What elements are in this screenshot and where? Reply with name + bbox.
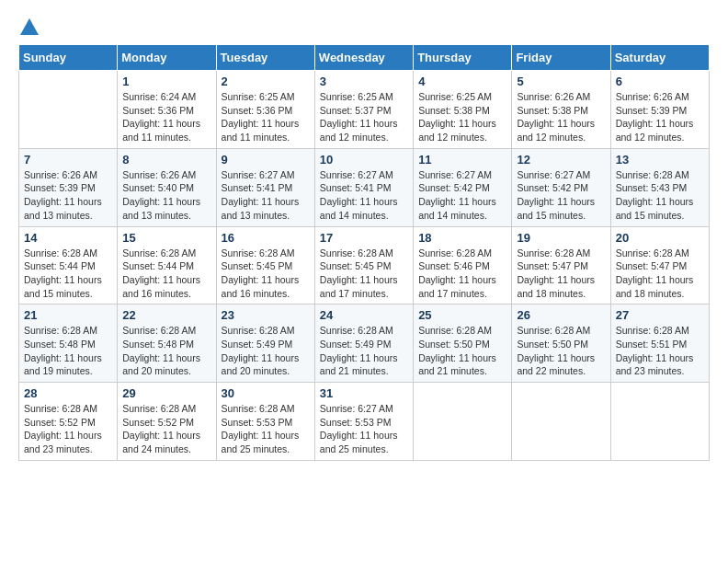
day-detail: Sunrise: 6:25 AM Sunset: 5:37 PM Dayligh…	[320, 90, 408, 144]
day-detail: Sunrise: 6:24 AM Sunset: 5:36 PM Dayligh…	[122, 90, 210, 144]
calendar-cell: 4Sunrise: 6:25 AM Sunset: 5:38 PM Daylig…	[414, 71, 512, 149]
day-number: 10	[320, 153, 408, 167]
day-number: 23	[222, 308, 310, 322]
calendar-cell: 8Sunrise: 6:26 AM Sunset: 5:40 PM Daylig…	[118, 148, 216, 226]
logo-icon	[20, 18, 39, 35]
day-detail: Sunrise: 6:28 AM Sunset: 5:46 PM Dayligh…	[418, 247, 506, 301]
calendar-cell: 23Sunrise: 6:28 AM Sunset: 5:49 PM Dayli…	[216, 304, 314, 383]
day-header-wednesday: Wednesday	[314, 45, 413, 71]
calendar-header: SundayMondayTuesdayWednesdayThursdayFrid…	[19, 45, 710, 71]
day-detail: Sunrise: 6:27 AM Sunset: 5:53 PM Dayligh…	[320, 402, 408, 456]
day-number: 30	[222, 386, 310, 400]
day-detail: Sunrise: 6:26 AM Sunset: 5:40 PM Dayligh…	[122, 168, 210, 223]
day-number: 1	[122, 75, 210, 88]
svg-marker-0	[20, 18, 39, 35]
calendar-cell: 27Sunrise: 6:28 AM Sunset: 5:51 PM Dayli…	[610, 304, 709, 383]
day-number: 28	[24, 386, 112, 400]
day-header-thursday: Thursday	[414, 45, 512, 71]
calendar-week-3: 14Sunrise: 6:28 AM Sunset: 5:44 PM Dayli…	[19, 226, 710, 304]
day-number: 21	[24, 308, 112, 322]
day-detail: Sunrise: 6:28 AM Sunset: 5:52 PM Dayligh…	[122, 402, 210, 456]
day-header-friday: Friday	[512, 45, 610, 71]
day-number: 29	[122, 386, 210, 400]
calendar-cell: 6Sunrise: 6:26 AM Sunset: 5:39 PM Daylig…	[610, 71, 709, 149]
calendar-cell: 24Sunrise: 6:28 AM Sunset: 5:49 PM Dayli…	[314, 304, 413, 383]
calendar-cell: 13Sunrise: 6:28 AM Sunset: 5:43 PM Dayli…	[610, 148, 709, 226]
day-detail: Sunrise: 6:28 AM Sunset: 5:50 PM Dayligh…	[517, 324, 605, 378]
day-number: 13	[616, 153, 704, 167]
calendar-cell: 19Sunrise: 6:28 AM Sunset: 5:47 PM Dayli…	[512, 226, 610, 304]
calendar-cell: 3Sunrise: 6:25 AM Sunset: 5:37 PM Daylig…	[314, 71, 413, 149]
calendar-week-4: 21Sunrise: 6:28 AM Sunset: 5:48 PM Dayli…	[19, 304, 710, 383]
calendar-cell: 22Sunrise: 6:28 AM Sunset: 5:48 PM Dayli…	[118, 304, 216, 383]
day-detail: Sunrise: 6:28 AM Sunset: 5:43 PM Dayligh…	[616, 168, 704, 223]
calendar-cell	[414, 383, 512, 461]
calendar-week-5: 28Sunrise: 6:28 AM Sunset: 5:52 PM Dayli…	[19, 383, 710, 461]
day-number: 5	[517, 75, 605, 88]
day-number: 17	[320, 231, 408, 245]
calendar-week-1: 1Sunrise: 6:24 AM Sunset: 5:36 PM Daylig…	[19, 71, 710, 149]
day-number: 3	[320, 75, 408, 88]
day-detail: Sunrise: 6:28 AM Sunset: 5:48 PM Dayligh…	[24, 324, 112, 378]
day-number: 16	[222, 231, 310, 245]
calendar-week-2: 7Sunrise: 6:26 AM Sunset: 5:39 PM Daylig…	[19, 148, 710, 226]
calendar-cell: 29Sunrise: 6:28 AM Sunset: 5:52 PM Dayli…	[118, 383, 216, 461]
calendar-body: 1Sunrise: 6:24 AM Sunset: 5:36 PM Daylig…	[19, 71, 710, 461]
day-number: 12	[517, 153, 605, 167]
day-detail: Sunrise: 6:26 AM Sunset: 5:39 PM Dayligh…	[24, 168, 112, 223]
calendar-cell: 10Sunrise: 6:27 AM Sunset: 5:41 PM Dayli…	[314, 148, 413, 226]
day-number: 31	[320, 386, 408, 400]
calendar-cell	[19, 71, 118, 149]
day-detail: Sunrise: 6:28 AM Sunset: 5:47 PM Dayligh…	[517, 247, 605, 301]
day-number: 24	[320, 308, 408, 322]
day-detail: Sunrise: 6:28 AM Sunset: 5:47 PM Dayligh…	[616, 247, 704, 301]
day-number: 27	[616, 308, 704, 322]
day-detail: Sunrise: 6:28 AM Sunset: 5:50 PM Dayligh…	[418, 324, 506, 378]
calendar-cell	[512, 383, 610, 461]
calendar-cell: 26Sunrise: 6:28 AM Sunset: 5:50 PM Dayli…	[512, 304, 610, 383]
logo	[18, 18, 39, 35]
day-number: 7	[24, 153, 112, 167]
day-number: 25	[418, 308, 506, 322]
calendar-cell: 12Sunrise: 6:27 AM Sunset: 5:42 PM Dayli…	[512, 148, 610, 226]
day-header-monday: Monday	[118, 45, 216, 71]
day-detail: Sunrise: 6:28 AM Sunset: 5:49 PM Dayligh…	[222, 324, 310, 378]
calendar-cell: 18Sunrise: 6:28 AM Sunset: 5:46 PM Dayli…	[414, 226, 512, 304]
day-header-sunday: Sunday	[19, 45, 118, 71]
day-number: 22	[122, 308, 210, 322]
day-header-tuesday: Tuesday	[216, 45, 314, 71]
day-detail: Sunrise: 6:27 AM Sunset: 5:42 PM Dayligh…	[418, 168, 506, 223]
day-number: 9	[222, 153, 310, 167]
page-header	[18, 18, 710, 35]
day-detail: Sunrise: 6:28 AM Sunset: 5:44 PM Dayligh…	[122, 247, 210, 301]
calendar-cell	[610, 383, 709, 461]
calendar-cell: 5Sunrise: 6:26 AM Sunset: 5:38 PM Daylig…	[512, 71, 610, 149]
calendar-cell: 21Sunrise: 6:28 AM Sunset: 5:48 PM Dayli…	[19, 304, 118, 383]
calendar-cell: 15Sunrise: 6:28 AM Sunset: 5:44 PM Dayli…	[118, 226, 216, 304]
day-detail: Sunrise: 6:28 AM Sunset: 5:52 PM Dayligh…	[24, 402, 112, 456]
calendar-cell: 9Sunrise: 6:27 AM Sunset: 5:41 PM Daylig…	[216, 148, 314, 226]
calendar-cell: 28Sunrise: 6:28 AM Sunset: 5:52 PM Dayli…	[19, 383, 118, 461]
calendar-cell: 2Sunrise: 6:25 AM Sunset: 5:36 PM Daylig…	[216, 71, 314, 149]
day-number: 8	[122, 153, 210, 167]
day-number: 26	[517, 308, 605, 322]
day-number: 2	[222, 75, 310, 88]
day-detail: Sunrise: 6:28 AM Sunset: 5:48 PM Dayligh…	[122, 324, 210, 378]
day-number: 19	[517, 231, 605, 245]
day-number: 20	[616, 231, 704, 245]
day-detail: Sunrise: 6:28 AM Sunset: 5:49 PM Dayligh…	[320, 324, 408, 378]
calendar-cell: 17Sunrise: 6:28 AM Sunset: 5:45 PM Dayli…	[314, 226, 413, 304]
calendar-cell: 25Sunrise: 6:28 AM Sunset: 5:50 PM Dayli…	[414, 304, 512, 383]
calendar-cell: 14Sunrise: 6:28 AM Sunset: 5:44 PM Dayli…	[19, 226, 118, 304]
day-number: 14	[24, 231, 112, 245]
calendar-cell: 7Sunrise: 6:26 AM Sunset: 5:39 PM Daylig…	[19, 148, 118, 226]
day-number: 15	[122, 231, 210, 245]
day-number: 18	[418, 231, 506, 245]
calendar-cell: 31Sunrise: 6:27 AM Sunset: 5:53 PM Dayli…	[314, 383, 413, 461]
day-detail: Sunrise: 6:25 AM Sunset: 5:38 PM Dayligh…	[418, 90, 506, 144]
day-detail: Sunrise: 6:26 AM Sunset: 5:38 PM Dayligh…	[517, 90, 605, 144]
calendar-cell: 30Sunrise: 6:28 AM Sunset: 5:53 PM Dayli…	[216, 383, 314, 461]
day-detail: Sunrise: 6:28 AM Sunset: 5:53 PM Dayligh…	[222, 402, 310, 456]
day-detail: Sunrise: 6:27 AM Sunset: 5:41 PM Dayligh…	[320, 168, 408, 223]
day-detail: Sunrise: 6:26 AM Sunset: 5:39 PM Dayligh…	[616, 90, 704, 144]
